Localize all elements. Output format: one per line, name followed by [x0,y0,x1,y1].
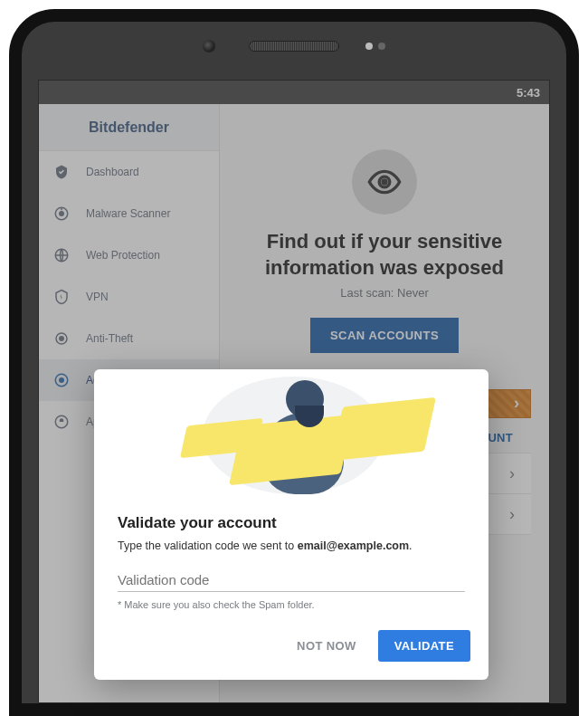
modal-actions: NOT NOW VALIDATE [94,610,488,665]
modal-email: email@example.com [298,539,409,552]
validation-code-input[interactable] [118,568,465,592]
validate-button[interactable]: VALIDATE [378,630,470,662]
not-now-button[interactable]: NOT NOW [286,630,367,662]
indicator-dots [365,43,385,50]
validate-account-modal: Validate your account Type the validatio… [94,369,488,680]
modal-instruction: Type the validation code we sent to emai… [94,539,488,568]
speaker-icon [249,41,339,52]
modal-title: Validate your account [94,503,488,539]
modal-illustration [94,369,488,503]
camera-icon [203,40,215,53]
hardware-bar [22,22,566,71]
spam-hint: * Make sure you also check the Spam fold… [94,596,488,610]
